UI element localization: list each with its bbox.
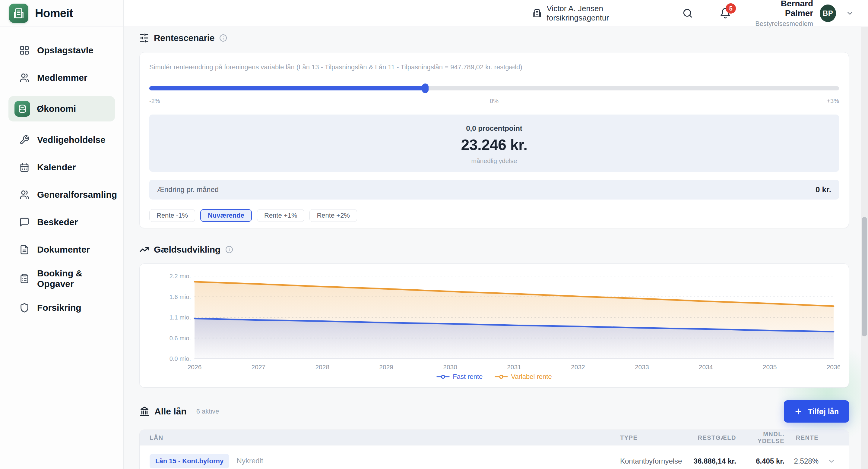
loan-ydelse: 6.405 kr. (736, 457, 784, 465)
plus-icon (794, 407, 803, 416)
monthly-change-label: Ændring pr. måned (157, 186, 219, 194)
loans-header: Alle lån 6 aktive Tilføj lån (140, 400, 849, 423)
rate-preset-2[interactable]: Nuværende (200, 209, 252, 222)
rate-slider-labels: -2% 0% +3% (149, 98, 839, 105)
rate-scenario-header: Rentescenarie (140, 33, 227, 43)
user-menu[interactable]: Bernard Palmer Bestyrelsesmedlem (754, 0, 813, 28)
notification-badge: 5 (726, 3, 736, 13)
rate-preset-buttons: Rente -1%NuværendeRente +1%Rente +2% (149, 209, 839, 222)
calendar-icon (19, 162, 30, 172)
sidebar-item-generalforsamling[interactable]: Generalforsamling (8, 186, 115, 204)
debt-chart-header: Gældsudvikling (140, 244, 233, 255)
scenario-result-panel: 0,0 procentpoint 23.246 kr. månedlig yde… (149, 114, 839, 172)
scenario-caption: månedlig ydelse (471, 157, 517, 165)
user-role: Bestyrelsesmedlem (754, 20, 813, 28)
sidebar-item-label: Forsikring (37, 302, 82, 313)
wrench-icon (19, 135, 30, 145)
building-icon (532, 8, 542, 19)
app-logo: Homeit (0, 0, 124, 27)
slider-max-label: +3% (827, 98, 839, 105)
rate-slider-track[interactable] (149, 86, 839, 91)
loans-title-group: Alle lån 6 aktive (140, 406, 219, 416)
legend-label: Variabel rente (511, 373, 552, 381)
info-icon[interactable] (219, 34, 227, 42)
svg-text:2029: 2029 (379, 364, 393, 370)
rate-slider-fill (149, 86, 425, 91)
slider-min-label: -2% (149, 98, 160, 105)
svg-text:2032: 2032 (571, 364, 585, 370)
sidebar-item-medlemmer[interactable]: Medlemmer (8, 69, 115, 87)
loan-bank: Nykredit (237, 457, 263, 465)
users-icon (19, 73, 30, 83)
scrollbar-thumb[interactable] (862, 217, 867, 336)
rate-slider-thumb[interactable] (422, 83, 429, 93)
legend-item-variabel-rente[interactable]: Variabel rente (495, 373, 552, 381)
monthly-change-value: 0 kr. (815, 185, 831, 194)
bank-icon (140, 406, 150, 416)
column-header-2: RESTGÆLD (691, 434, 736, 441)
svg-text:2.2 mio.: 2.2 mio. (169, 273, 191, 279)
user-name: Bernard Palmer (754, 0, 813, 18)
sidebar-item-label: Booking & Opgaver (37, 268, 100, 289)
rate-slider[interactable] (149, 84, 839, 93)
debt-chart-card: 2.2 mio.1.6 mio.1.1 mio.0.6 mio.0.0 mio.… (140, 263, 849, 388)
rate-scenario-title: Rentescenarie (154, 33, 214, 43)
loan-restgaeld: 36.886,14 kr. (691, 457, 736, 465)
sidebar-item-label: Kalender (37, 162, 76, 172)
dashboard-icon (19, 45, 30, 56)
svg-text:2033: 2033 (635, 364, 649, 370)
loan-row[interactable]: Lån 15 - Kont.byforny Nykredit Kontantby… (140, 445, 849, 469)
sidebar-item-label: Opslagstavle (37, 45, 93, 56)
svg-text:2026: 2026 (188, 364, 202, 370)
scenario-amount: 23.246 kr. (461, 136, 527, 154)
column-header-4: RENTE (784, 434, 818, 441)
loans-table: LÅNTYPERESTGÆLDMNDL. YDELSERENTE Lån 15 … (140, 430, 849, 469)
search-icon (682, 8, 693, 19)
sidebar-item-opslagstavle[interactable]: Opslagstavle (8, 41, 115, 59)
sidebar-item-kalender[interactable]: Kalender (8, 158, 115, 176)
sidebar-item-label: Dokumenter (37, 244, 90, 255)
notifications-button[interactable]: 5 (720, 7, 731, 19)
loans-active-count: 6 aktive (196, 407, 219, 415)
expand-loan-button[interactable] (818, 457, 839, 465)
svg-text:0.0 mio.: 0.0 mio. (169, 355, 191, 362)
sidebar-item-beskeder[interactable]: Beskeder (8, 213, 115, 231)
active-item-tile (14, 101, 30, 116)
rate-preset-4[interactable]: Rente +2% (309, 209, 357, 222)
search-button[interactable] (682, 8, 693, 19)
legend-item-fast-rente[interactable]: Fast rente (436, 373, 483, 381)
svg-text:2028: 2028 (315, 364, 329, 370)
loans-title: Alle lån (154, 406, 187, 416)
rate-preset-3[interactable]: Rente +1% (257, 209, 304, 222)
sidebar-item-økonomi[interactable]: Økonomi (8, 96, 115, 122)
sidebar-item-label: Generalforsamling (37, 189, 100, 200)
shield-icon (19, 303, 30, 313)
monthly-change-row: Ændring pr. måned 0 kr. (149, 180, 839, 200)
slider-mid-label: 0% (490, 98, 499, 105)
sidebar-item-vedligeholdelse[interactable]: Vedligeholdelse (8, 131, 115, 149)
homeit-logo-icon (9, 4, 28, 23)
add-loan-button[interactable]: Tilføj lån (784, 400, 849, 423)
sidebar-item-booking-opgaver[interactable]: Booking & Opgaver (8, 268, 115, 289)
building-icon (13, 7, 25, 19)
chart-legend: Fast rente Variabel rente (140, 373, 849, 381)
sidebar-item-dokumenter[interactable]: Dokumenter (8, 240, 115, 259)
company-selector[interactable]: Victor A. Jensen forsikringsagentur (532, 4, 659, 23)
loans-table-header: LÅNTYPERESTGÆLDMNDL. YDELSERENTE (140, 430, 849, 445)
loan-cell: Lån 15 - Kont.byforny Nykredit (150, 454, 620, 468)
chevron-down-icon (846, 9, 854, 18)
legend-marker-icon (436, 374, 450, 379)
info-icon[interactable] (225, 246, 233, 254)
sidebar-item-label: Økonomi (37, 103, 76, 114)
rate-preset-1[interactable]: Rente -1% (149, 209, 195, 222)
avatar[interactable]: BP (820, 4, 836, 22)
loan-type: Kontantbyfornyelse (620, 457, 691, 465)
user-menu-caret[interactable] (846, 9, 854, 18)
topbar: Victor A. Jensen forsikringsagentur 5 Be… (124, 0, 868, 27)
loan-rente: 2.528% (784, 457, 818, 465)
svg-text:2031: 2031 (507, 364, 521, 370)
loan-badge[interactable]: Lån 15 - Kont.byforny (150, 454, 229, 468)
document-icon (19, 244, 30, 255)
sidebar-item-forsikring[interactable]: Forsikring (8, 299, 115, 317)
svg-text:2027: 2027 (251, 364, 266, 370)
